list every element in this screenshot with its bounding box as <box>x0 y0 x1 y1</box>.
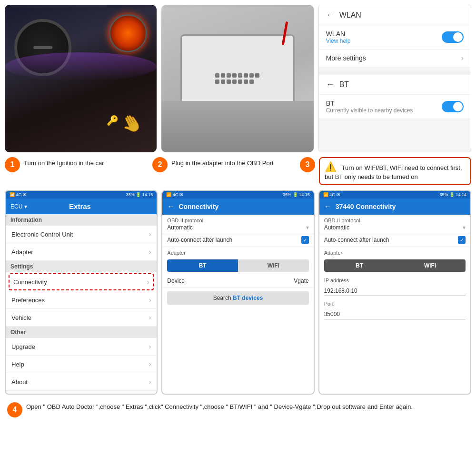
p3-obd-protocol-label: OBD-II protocol <box>319 215 470 224</box>
p2-device-value: Vgate <box>294 278 308 284</box>
menu-adapter-label: Adapter <box>11 248 33 256</box>
phone1-status-right: 35% 🔋 14:15 <box>126 192 153 197</box>
p2-autoconnect-checkbox[interactable]: ✓ <box>301 236 309 244</box>
tab-diagnostics[interactable]: 🔬 Diagnostics <box>66 393 96 395</box>
top-row: 🤚 🔑 <box>5 5 471 152</box>
menu-preferences-arrow: › <box>149 296 151 304</box>
bt-label-group: BT Currently visible to nearby devices <box>326 99 413 114</box>
section-other: Other <box>6 327 157 338</box>
p3-wifi-tab[interactable]: WiFi <box>395 259 466 272</box>
p3-adapter-tabs: BT WiFi <box>324 259 466 272</box>
menu-connectivity-label: Connectivity <box>13 278 47 286</box>
car-dashboard: 🤚 🔑 <box>5 5 157 152</box>
car-photo: 🤚 🔑 <box>5 5 157 152</box>
step4-circle: 4 <box>7 402 22 417</box>
phone2-back-icon[interactable]: ← <box>167 202 175 211</box>
menu-about-label: About <box>11 378 28 386</box>
p2-search-bt-btn[interactable]: Search BT devices <box>167 291 308 305</box>
phone2-spacer <box>162 308 313 394</box>
p3-obd-dropdown-icon[interactable]: ▾ <box>463 224 466 231</box>
p3-ip-value[interactable]: 192.168.0.10 <box>324 286 466 296</box>
step3-text: Turn on WIFI/BT, WIFI need to connect fi… <box>325 162 462 180</box>
step2-item: 2 Plug in the adapter into the OBD Port <box>152 157 295 172</box>
phone1-status-left: 📶 4G ✉ <box>10 192 27 197</box>
obd-background <box>161 5 313 152</box>
menu-vehicle-label: Vehicle <box>11 314 31 321</box>
wlan-label: WLAN <box>326 30 351 38</box>
tab-status[interactable]: 📊 Status <box>6 393 36 395</box>
settings-panel: ← WLAN WLAN View help More settings › <box>318 5 471 152</box>
phone3-status-right: 35% 🔋 14:14 <box>439 192 466 197</box>
menu-vehicle-arrow: › <box>149 314 151 321</box>
tab-sensors[interactable]: 📡 Sensors <box>96 393 126 395</box>
p2-obd-dropdown-icon[interactable]: ▾ <box>306 224 309 231</box>
wlan-toggle[interactable] <box>442 31 464 43</box>
main-container: 🤚 🔑 <box>0 0 476 476</box>
obd-photo <box>161 5 313 152</box>
menu-about-item[interactable]: About › <box>6 373 157 391</box>
dash-glow <box>5 52 157 81</box>
wlan-header: ← WLAN <box>319 5 471 25</box>
phone3-screen: 📶 4G ✉ 35% 🔋 14:14 ← 37440 Connectivity … <box>318 190 471 395</box>
phone2-status-bar: 📶 4G ✉ 35% 🔋 14:15 <box>162 191 313 198</box>
bt-label: BT <box>326 99 413 107</box>
menu-ecu-label: Electronic Control Unit <box>11 231 73 238</box>
p2-autoconnect-row: Auto-connect after launch ✓ <box>162 233 313 247</box>
step4-row: 4 Open " OBD Auto Doctor ",choose " Extr… <box>5 398 471 421</box>
tab-extras[interactable]: ⊕ Extras <box>127 393 157 395</box>
hand-icon: 🤚 <box>118 109 146 138</box>
step3-item: 3 ⚠️ Turn on WIFI/BT, WIFI need to conne… <box>300 157 471 185</box>
bt-toggle[interactable] <box>442 101 464 112</box>
settings-divider <box>319 71 471 75</box>
steps-row: 1 Turn on the Ignition in the car 2 Plug… <box>5 157 471 185</box>
menu-preferences-label: Preferences <box>11 297 45 304</box>
phone2-status-right: 35% 🔋 14:15 <box>283 192 310 197</box>
phone3-back-icon[interactable]: ← <box>324 202 332 211</box>
menu-adapter-item[interactable]: Adapter › <box>6 243 157 261</box>
p3-port-value[interactable]: 35000 <box>324 309 466 319</box>
step1-text: Turn on the Ignition in the car <box>24 157 104 168</box>
panel-bottom <box>161 101 313 153</box>
phone2-status-left: 📶 4G ✉ <box>166 192 183 197</box>
step4-text: Open " OBD Auto Doctor ",choose " Extras… <box>26 402 413 412</box>
p3-adapter-label: Adapter <box>319 247 470 257</box>
tab-trouble-codes[interactable]: ⚠ Trouble Codes <box>36 393 66 395</box>
phone1-tab-bar: 📊 Status ⚠ Trouble Codes 🔬 Diagnostics 📡… <box>6 391 157 395</box>
menu-help-label: Help <box>11 361 24 368</box>
menu-connectivity-item[interactable]: Connectivity › <box>9 273 154 290</box>
connector-pins-bottom <box>215 79 259 84</box>
menu-help-arrow: › <box>149 360 151 368</box>
wlan-viewhelp[interactable]: View help <box>326 38 351 44</box>
tab-extras-icon: ⊕ <box>139 393 145 395</box>
menu-ecu-item[interactable]: Electronic Control Unit › <box>6 226 157 243</box>
p3-bt-tab[interactable]: BT <box>324 259 395 272</box>
wlan-toggle-row: WLAN View help <box>319 25 471 50</box>
bt-title: BT <box>339 80 349 89</box>
menu-about-arrow: › <box>149 378 151 386</box>
p2-bt-tab[interactable]: BT <box>167 259 238 272</box>
step3-box: ⚠️ Turn on WIFI/BT, WIFI need to connect… <box>319 157 471 185</box>
gauge-circle <box>109 14 147 52</box>
p2-wifi-tab[interactable]: WiFi <box>238 259 309 272</box>
wlan-back-icon[interactable]: ← <box>326 10 335 20</box>
menu-connectivity-arrow: › <box>147 278 149 286</box>
key-icon: 🔑 <box>107 115 119 126</box>
wlan-label-group: WLAN View help <box>326 30 351 44</box>
bt-back-icon[interactable]: ← <box>326 79 335 89</box>
menu-preferences-item[interactable]: Preferences › <box>6 291 157 309</box>
extras-title: Extras <box>27 202 133 210</box>
phone2-title: Connectivity <box>178 203 218 210</box>
step1-item: 1 Turn on the Ignition in the car <box>5 157 148 172</box>
menu-help-item[interactable]: Help › <box>6 356 157 373</box>
wlan-moresettings-row[interactable]: More settings › <box>319 50 471 67</box>
step2-circle: 2 <box>152 157 168 172</box>
step3-circle: 3 <box>300 157 315 172</box>
menu-upgrade-item[interactable]: Upgrade › <box>6 338 157 356</box>
phones-row: 📶 4G ✉ 35% 🔋 14:15 ECU ▾ Extras Informat… <box>5 190 471 395</box>
menu-vehicle-item[interactable]: Vehicle › <box>6 309 157 327</box>
p3-autoconnect-checkbox[interactable]: ✓ <box>458 236 466 244</box>
p3-ip-label: IP address <box>319 275 470 284</box>
wlan-moresettings-label: More settings <box>326 54 366 62</box>
p3-obd-protocol-text: Automatic <box>324 224 349 231</box>
p2-autoconnect-label: Auto-connect after launch <box>167 237 232 243</box>
